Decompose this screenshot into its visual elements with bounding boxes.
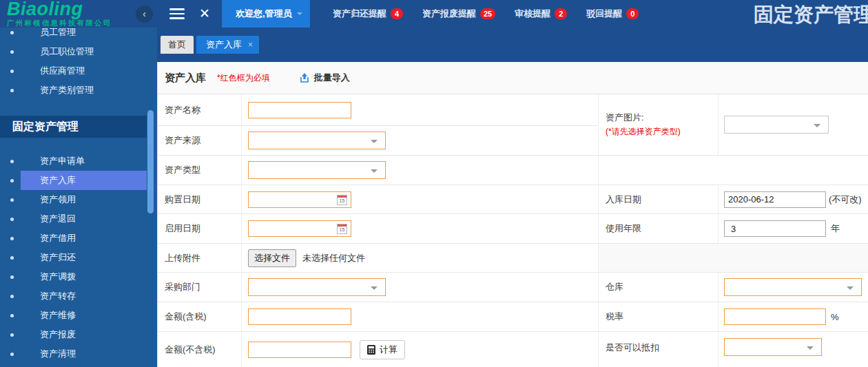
notif-reject[interactable]: 驳回提醒 0 <box>586 8 639 20</box>
notif-asset-scrap[interactable]: 资产报废提醒 25 <box>422 8 495 20</box>
purchase-dept-select[interactable] <box>248 278 386 296</box>
sidebar-item-asset-transfer[interactable]: 资产调拨 <box>0 267 157 286</box>
notif-label: 资产报废提醒 <box>422 8 476 20</box>
empty-cell <box>599 244 868 272</box>
sidebar-item-asset-inbound[interactable]: 资产入库 <box>0 171 157 190</box>
sidebar-item-asset-request[interactable]: 资产申请单 <box>0 151 157 171</box>
tax-rate-input[interactable] <box>724 308 826 325</box>
sidebar-item-asset-category-mgmt[interactable]: 资产类别管理 <box>0 81 157 100</box>
chevron-left-icon: ‹ <box>143 8 146 19</box>
tab-strip: 首页 资产入库 × <box>157 28 868 62</box>
sidebar-item-asset-scrap[interactable]: 资产报废 <box>0 325 157 344</box>
sidebar-item-asset-borrow[interactable]: 资产借用 <box>0 229 157 248</box>
sidebar-item-employee-position-mgmt[interactable]: 员工职位管理 <box>0 42 157 61</box>
brand-subtitle: 广州标领信息科技有限公司 <box>7 19 112 27</box>
sidebar-item-asset-return-stock[interactable]: 资产退回 <box>0 209 157 229</box>
form-row: 金额(不含税) 计算 是否可以抵扣 <box>158 332 868 367</box>
empty-cell <box>599 156 868 185</box>
useful-life-label: 使用年限 <box>599 214 719 243</box>
sidebar-item-asset-repair[interactable]: 资产维修 <box>0 306 157 325</box>
asset-image-note: (*请先选择资产类型) <box>606 126 681 138</box>
attachment-label: 上传附件 <box>158 244 242 272</box>
calculator-icon <box>367 345 375 355</box>
asset-name-label: 资产名称 <box>158 94 242 125</box>
chevron-down-icon <box>371 169 378 176</box>
page-header: 资产入库 *红色框为必填 批量导入 <box>158 62 868 94</box>
form-row: 资产名称 资产来源 资产图片: (*请先选择资产类型) <box>158 94 868 156</box>
useful-life-input[interactable] <box>724 220 826 237</box>
inbound-date-input[interactable] <box>724 191 826 208</box>
notif-label: 资产归还提醒 <box>333 8 386 20</box>
purchase-dept-label: 采购部门 <box>158 273 242 302</box>
close-icon[interactable]: ✕ <box>199 6 210 21</box>
notif-label: 审核提醒 <box>515 8 550 20</box>
sidebar-item-asset-store[interactable]: 资产转存 <box>0 286 157 306</box>
form-row: 启用日期 15 使用年限 年 <box>158 214 868 244</box>
asset-source-label: 资产来源 <box>158 126 242 155</box>
chevron-down-icon <box>371 140 378 147</box>
start-date-input[interactable] <box>248 220 351 237</box>
asset-inbound-form: 资产名称 资产来源 资产图片: (*请先选择资产类型) 资产类型 <box>158 94 868 367</box>
amount-without-tax-label: 金额(不含税) <box>158 332 242 367</box>
sidebar-assets-menu: 资产申请单 资产入库 资产领用 资产退回 资产借用 资产归还 资产调拨 资产转存… <box>0 138 157 364</box>
notif-count-badge: 0 <box>626 8 639 19</box>
app-window: 欢迎您,管理员 资产归还提醒 4 资产报废提醒 25 审核提醒 2 驳回提醒 0… <box>0 0 868 367</box>
chevron-down-icon <box>371 286 378 293</box>
sidebar: 员工管理 员工职位管理 供应商管理 资产类别管理 固定资产管理 资产申请单 资产… <box>0 0 157 367</box>
calculate-button[interactable]: 计算 <box>360 340 405 359</box>
inbound-date-label: 入库日期 <box>599 185 719 213</box>
useful-life-suffix: 年 <box>831 222 840 235</box>
form-row: 采购部门 仓库 <box>158 273 868 302</box>
required-note: *红色框为必填 <box>217 72 270 84</box>
warehouse-label: 仓库 <box>599 273 719 302</box>
sidebar-item-supplier-mgmt[interactable]: 供应商管理 <box>0 61 157 81</box>
form-row: 购置日期 15 入库日期 (不可改) <box>158 185 868 214</box>
notif-count-badge: 2 <box>555 8 567 19</box>
chevron-down-icon <box>297 12 302 18</box>
welcome-user-label: 欢迎您,管理员 <box>236 8 292 19</box>
asset-image-select[interactable] <box>724 116 829 134</box>
asset-type-label: 资产类型 <box>158 156 242 185</box>
sidebar-item-asset-cleanup[interactable]: 资产清理 <box>0 344 157 364</box>
tab-home[interactable]: 首页 <box>161 36 194 54</box>
deductible-select[interactable] <box>724 338 822 356</box>
notif-audit[interactable]: 审核提醒 2 <box>515 8 567 20</box>
tab-close-icon[interactable]: × <box>248 36 253 54</box>
top-bar: 欢迎您,管理员 资产归还提醒 4 资产报废提醒 25 审核提醒 2 驳回提醒 0… <box>0 0 868 28</box>
form-row: 上传附件 选择文件 未选择任何文件 <box>158 244 868 273</box>
sidebar-item-asset-issue[interactable]: 资产领用 <box>0 190 157 209</box>
amount-with-tax-label: 金额(含税) <box>158 302 242 331</box>
calendar-icon[interactable]: 15 <box>337 195 347 205</box>
form-row: 资产类型 <box>158 156 868 185</box>
notif-asset-return[interactable]: 资产归还提醒 4 <box>333 8 403 20</box>
bulk-import-button[interactable]: 批量导入 <box>299 72 350 84</box>
tab-asset-inbound[interactable]: 资产入库 × <box>196 36 259 54</box>
chevron-down-icon <box>807 346 814 353</box>
notif-count-badge: 25 <box>480 8 495 19</box>
sidebar-item-asset-giveback[interactable]: 资产归还 <box>0 248 157 267</box>
asset-type-select[interactable] <box>248 161 386 179</box>
purchase-date-label: 购置日期 <box>158 185 242 213</box>
tax-rate-label: 税率 <box>599 302 719 331</box>
menu-icon[interactable] <box>169 8 185 19</box>
asset-name-input[interactable] <box>248 102 351 118</box>
notification-bar: 资产归还提醒 4 资产报废提醒 25 审核提醒 2 驳回提醒 0 <box>333 0 639 28</box>
chevron-down-icon <box>814 124 820 131</box>
notif-count-badge: 4 <box>391 8 403 19</box>
amount-with-tax-input[interactable] <box>248 308 351 325</box>
asset-source-select[interactable] <box>248 132 386 149</box>
deductible-label: 是否可以抵扣 <box>599 332 719 367</box>
app-title: 固定资产管理 <box>754 1 868 29</box>
welcome-user-button[interactable]: 欢迎您,管理员 <box>222 0 310 28</box>
sidebar-collapse-button[interactable]: ‹ <box>136 6 153 23</box>
purchase-date-input[interactable] <box>248 191 351 208</box>
form-row: 金额(含税) 税率 % <box>158 302 868 332</box>
choose-file-button[interactable]: 选择文件 <box>248 249 296 267</box>
asset-image-label: 资产图片: <box>606 112 644 124</box>
tab-label: 资产入库 <box>206 36 242 54</box>
amount-without-tax-input[interactable] <box>248 342 351 358</box>
upload-icon <box>299 72 310 83</box>
calendar-icon[interactable]: 15 <box>337 224 347 234</box>
sidebar-section-fixed-assets[interactable]: 固定资产管理 <box>0 116 147 138</box>
warehouse-select[interactable] <box>724 278 862 296</box>
